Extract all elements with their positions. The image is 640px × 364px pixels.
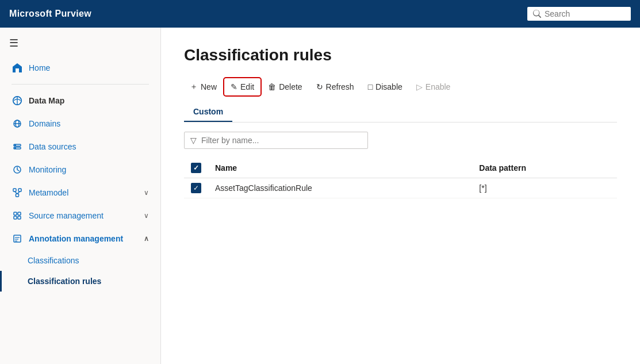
header-checkbox[interactable]: ✓ [191, 163, 201, 173]
sidebar-item-metamodel[interactable]: Metamodel ∨ [0, 181, 160, 204]
monitoring-icon [12, 164, 23, 175]
row-data-pattern: [*] [472, 178, 617, 198]
sidebar-item-domains[interactable]: Domains [0, 112, 160, 135]
annotation-mgmt-chevron: ∧ [144, 235, 149, 243]
sidebar-item-classification-rules[interactable]: Classification rules [0, 271, 160, 292]
classification-rules-table: ✓ Name Data pattern ✓ AssetTagClassifica… [184, 158, 617, 198]
table-header-row: ✓ Name Data pattern [184, 158, 617, 178]
enable-button[interactable]: ▷ Enable [411, 79, 457, 95]
svg-rect-17 [14, 216, 17, 219]
metamodel-icon [12, 187, 23, 198]
sidebar-item-data-map[interactable]: Data Map [0, 89, 160, 112]
sidebar-label-annotation-management: Annotation management [29, 234, 123, 243]
hamburger-menu[interactable]: ☰ [0, 32, 160, 56]
trash-icon: 🗑 [268, 82, 276, 91]
disable-icon: □ [368, 82, 373, 91]
sidebar: ☰ Home Data Map Domains [0, 28, 161, 364]
tab-custom[interactable]: Custom [184, 102, 232, 122]
annotation-management-icon [12, 233, 23, 244]
domains-icon [12, 118, 23, 129]
svg-rect-11 [18, 189, 21, 191]
toolbar: ＋ New ✎ Edit 🗑 Delete ↻ Refresh □ Disabl… [184, 78, 617, 95]
refresh-icon: ↻ [316, 82, 323, 91]
filter-icon: ▽ [190, 136, 197, 145]
tab-custom-label: Custom [193, 107, 223, 116]
new-button[interactable]: ＋ New [184, 78, 223, 95]
sidebar-item-classifications[interactable]: Classifications [0, 250, 160, 271]
row-name: AssetTagClassificationRule [208, 178, 472, 198]
table-header-checkbox: ✓ [184, 158, 208, 178]
edit-button[interactable]: ✎ Edit [225, 79, 260, 95]
app-logo: Microsoft Purview [9, 9, 91, 19]
topbar: Microsoft Purview [0, 0, 640, 28]
svg-point-8 [15, 148, 16, 149]
sidebar-label-classification-rules: Classification rules [28, 277, 101, 286]
source-management-icon [12, 210, 23, 221]
sidebar-label-data-map: Data Map [29, 96, 64, 105]
svg-rect-15 [14, 212, 17, 215]
delete-label: Delete [279, 82, 302, 91]
disable-button[interactable]: □ Disable [362, 79, 408, 95]
source-mgmt-chevron: ∨ [144, 212, 149, 220]
filter-input[interactable] [201, 136, 362, 145]
search-box[interactable] [527, 7, 631, 21]
main-content: Classification rules ＋ New ✎ Edit 🗑 Dele… [161, 28, 640, 364]
home-icon [12, 62, 23, 74]
new-label: New [201, 82, 217, 91]
sidebar-label-classifications: Classifications [28, 256, 79, 265]
search-input[interactable] [545, 9, 625, 18]
sidebar-label-domains: Domains [29, 119, 60, 128]
enable-icon: ▷ [416, 82, 423, 91]
svg-rect-12 [16, 194, 19, 197]
data-map-icon [12, 95, 23, 106]
table-row: ✓ AssetTagClassificationRule [*] [184, 178, 617, 198]
svg-point-7 [15, 145, 16, 146]
row-checkbox-cell[interactable]: ✓ [184, 178, 208, 198]
edit-icon: ✎ [231, 82, 237, 91]
sidebar-item-data-sources[interactable]: Data sources [0, 135, 160, 158]
sidebar-divider-1 [12, 84, 149, 85]
data-sources-icon [12, 141, 23, 152]
enable-label: Enable [426, 82, 451, 91]
delete-button[interactable]: 🗑 Delete [262, 79, 308, 95]
svg-rect-10 [13, 189, 16, 191]
main-layout: ☰ Home Data Map Domains [0, 28, 640, 364]
sidebar-item-annotation-management[interactable]: Annotation management ∧ [0, 227, 160, 250]
sidebar-label-home: Home [29, 63, 50, 72]
table-header-name: Name [208, 158, 472, 178]
metamodel-chevron: ∨ [144, 189, 149, 197]
filter-bar[interactable]: ▽ [184, 132, 368, 149]
sidebar-label-monitoring: Monitoring [29, 165, 66, 174]
refresh-label: Refresh [326, 82, 354, 91]
sidebar-item-monitoring[interactable]: Monitoring [0, 158, 160, 181]
sidebar-label-metamodel: Metamodel [29, 188, 68, 197]
refresh-button[interactable]: ↻ Refresh [311, 79, 360, 95]
plus-icon: ＋ [190, 82, 198, 92]
sidebar-item-home[interactable]: Home [0, 56, 160, 79]
svg-rect-16 [18, 212, 21, 215]
sidebar-label-data-sources: Data sources [29, 142, 76, 151]
tabs-bar: Custom [184, 102, 617, 122]
disable-label: Disable [375, 82, 403, 91]
search-icon [533, 10, 541, 18]
edit-label: Edit [240, 82, 254, 91]
svg-rect-18 [18, 216, 21, 219]
sidebar-label-source-management: Source management [29, 211, 104, 220]
row-checkbox[interactable]: ✓ [191, 183, 201, 193]
sidebar-item-source-management[interactable]: Source management ∨ [0, 204, 160, 227]
table-header-data-pattern: Data pattern [472, 158, 617, 178]
page-title: Classification rules [184, 46, 617, 64]
